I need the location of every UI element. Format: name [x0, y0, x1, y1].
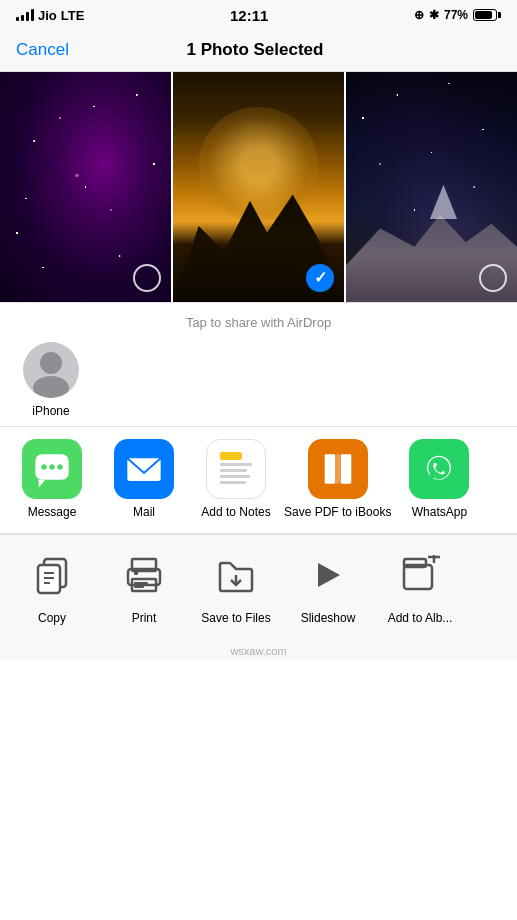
- share-books[interactable]: Save PDF to iBooks: [284, 439, 391, 521]
- svg-rect-10: [336, 454, 340, 483]
- battery-icon: [473, 9, 501, 21]
- print-icon: [116, 547, 172, 603]
- airdrop-iphone-item[interactable]: iPhone: [16, 342, 86, 418]
- mail-svg: [124, 449, 164, 489]
- time-label: 12:11: [230, 7, 268, 24]
- svg-point-4: [41, 464, 46, 469]
- svg-rect-8: [324, 454, 335, 483]
- status-bar: Jio LTE 12:11 ⊕ ✱ 77%: [0, 0, 517, 28]
- copy-icon: [24, 547, 80, 603]
- action-addalbum[interactable]: Add to Alb...: [376, 547, 464, 625]
- notes-label: Add to Notes: [201, 505, 270, 521]
- addalbum-icon: [392, 547, 448, 603]
- copy-label: Copy: [38, 611, 66, 625]
- addalbum-svg: [400, 555, 440, 595]
- action-copy[interactable]: Copy: [8, 547, 96, 625]
- checkmark-icon: ✓: [314, 270, 327, 286]
- person-icon: [23, 342, 79, 398]
- mail-icon: [114, 439, 174, 499]
- svg-rect-22: [134, 586, 144, 588]
- airdrop-scroll: iPhone: [0, 342, 517, 418]
- svg-rect-28: [404, 559, 426, 567]
- print-label: Print: [132, 611, 157, 625]
- notes-header: [220, 452, 242, 460]
- notes-icon: [206, 439, 266, 499]
- slideshow-label: Slideshow: [301, 611, 356, 625]
- notes-inner: [215, 448, 257, 490]
- action-savefiles[interactable]: Save to Files: [192, 547, 280, 625]
- addalbum-label: Add to Alb...: [388, 611, 453, 625]
- bluetooth-icon: ✱: [429, 8, 439, 22]
- page-title: 1 Photo Selected: [69, 40, 441, 60]
- svg-marker-24: [318, 563, 340, 587]
- copy-svg: [32, 555, 72, 595]
- share-mail[interactable]: Mail: [100, 439, 188, 521]
- share-whatsapp[interactable]: WhatsApp: [395, 439, 483, 521]
- location-icon: ⊕: [414, 8, 424, 22]
- message-svg: [32, 449, 72, 489]
- selection-circle-3[interactable]: [479, 264, 507, 292]
- whatsapp-label: WhatsApp: [412, 505, 467, 521]
- svg-point-1: [33, 376, 69, 398]
- message-label: Message: [28, 505, 77, 521]
- svg-rect-25: [404, 565, 432, 589]
- notes-line4: [220, 481, 246, 484]
- books-svg: [318, 449, 358, 489]
- svg-rect-20: [134, 571, 138, 575]
- svg-point-0: [40, 352, 62, 374]
- books-icon: [308, 439, 368, 499]
- savefiles-label: Save to Files: [201, 611, 270, 625]
- signal-bars: [16, 9, 34, 21]
- mountain-cloud: [199, 107, 319, 222]
- notes-line2: [220, 469, 247, 472]
- action-row: Copy Print Save to Files: [0, 535, 517, 641]
- airdrop-section: Tap to share with AirDrop iPhone: [0, 302, 517, 427]
- notes-line3: [220, 475, 250, 478]
- airdrop-label: Tap to share with AirDrop: [0, 315, 517, 330]
- whatsapp-svg: [419, 449, 459, 489]
- slideshow-icon: [300, 547, 356, 603]
- photo-grid: ✓: [0, 72, 517, 302]
- battery-percent: 77%: [444, 8, 468, 22]
- carrier-label: Jio: [38, 8, 57, 23]
- savefiles-svg: [216, 555, 256, 595]
- svg-rect-21: [134, 582, 148, 584]
- whatsapp-icon: [409, 439, 469, 499]
- watermark: wsxaw.com: [0, 641, 517, 661]
- notes-line1: [220, 463, 252, 466]
- svg-rect-9: [340, 454, 351, 483]
- status-right: ⊕ ✱ 77%: [414, 8, 501, 22]
- action-slideshow[interactable]: Slideshow: [284, 547, 372, 625]
- status-left: Jio LTE: [16, 8, 84, 23]
- share-message[interactable]: Message: [8, 439, 96, 521]
- svg-point-6: [57, 464, 62, 469]
- share-notes[interactable]: Add to Notes: [192, 439, 280, 521]
- photo-item-3[interactable]: [346, 72, 517, 302]
- slideshow-svg: [308, 555, 348, 595]
- photo-item-2[interactable]: ✓: [173, 72, 344, 302]
- airdrop-device-name: iPhone: [32, 404, 69, 418]
- share-row: Message Mail Add to Notes: [0, 427, 517, 534]
- nav-bar: Cancel 1 Photo Selected: [0, 28, 517, 72]
- mail-label: Mail: [133, 505, 155, 521]
- cancel-button[interactable]: Cancel: [16, 40, 69, 60]
- airdrop-avatar: [23, 342, 79, 398]
- action-print[interactable]: Print: [100, 547, 188, 625]
- savefiles-icon: [208, 547, 264, 603]
- photo-item-1[interactable]: [0, 72, 171, 302]
- svg-marker-3: [39, 480, 46, 488]
- selection-circle-2[interactable]: ✓: [306, 264, 334, 292]
- message-icon: [22, 439, 82, 499]
- selection-circle-1[interactable]: [133, 264, 161, 292]
- books-label: Save PDF to iBooks: [284, 505, 391, 521]
- network-label: LTE: [61, 8, 85, 23]
- svg-point-5: [49, 464, 54, 469]
- print-svg: [124, 555, 164, 595]
